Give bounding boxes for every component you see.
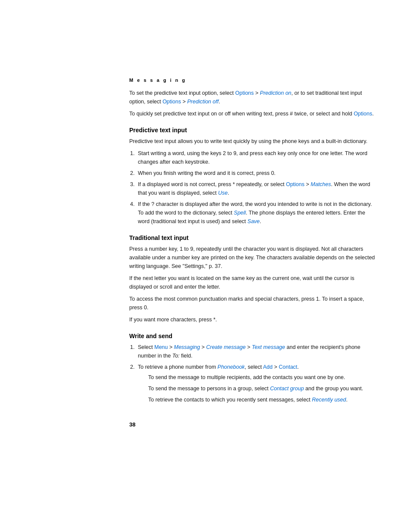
predictive-item-3-end: . [227,190,229,196]
use-link[interactable]: Use [218,190,227,196]
predictive-list: Start writing a word, using the keys 2 t… [136,149,377,226]
add-link[interactable]: Add [263,364,272,370]
options-link-4[interactable]: Options [286,181,305,187]
predictive-item-3-before: If a displayed word is not correct, pres… [138,181,286,187]
messaging-link[interactable]: Messaging [174,344,200,350]
predictive-item-2-text: When you finish writing the word and it … [138,170,276,176]
predictive-item-1-text: Start writing a word, using the keys 2 t… [138,150,367,165]
ws-item1-arrow3: > [246,344,252,350]
ws-sub-item-2-after: and the group you want. [304,386,363,392]
traditional-p2: If the next letter you want is located o… [129,274,377,291]
predictive-item-2: When you finish writing the word and it … [136,169,377,177]
traditional-p3: To access the most common punctuation ma… [129,295,377,312]
section-label: M e s s a g i n g [129,78,377,83]
page-container: M e s s a g i n g To set the predictive … [0,0,411,532]
intro-arrow1: > [254,90,260,96]
predictive-heading: Predictive text input [129,127,377,134]
options-link-1[interactable]: Options [235,90,254,96]
ws-item1-arrow2: > [200,344,206,350]
predictive-intro: Predictive text input allows you to writ… [129,137,377,146]
prediction-off-link[interactable]: Prediction off [187,99,218,105]
ws-item2-arrow: > [273,364,279,370]
save-link[interactable]: Save [247,218,260,224]
matches-link[interactable]: Matches [311,181,331,187]
traditional-p4: If you want more characters, press *. [129,315,377,324]
predictive-item-4-end: . [260,218,261,224]
ws-item2-mid: , select [245,364,263,370]
options-link-3[interactable]: Options [354,111,372,117]
ws-sub-item-3: To retrieve the contacts to which you re… [148,395,377,404]
write-send-list: Select Menu > Messaging > Create message… [136,343,377,404]
contact-link[interactable]: Contact [279,364,297,370]
create-message-link[interactable]: Create message [206,344,246,350]
ws-sub-item-2-before: To send the message to persons in a grou… [148,386,270,392]
traditional-p1: Press a number key, 1 to 9, repeatedly u… [129,245,377,271]
traditional-heading: Traditional text input [129,234,377,241]
ws-sub-item-1: To send the message to multiple recipien… [148,373,377,382]
ws-sub-item-2: To send the message to persons in a grou… [148,384,377,393]
to-field-italic: To: [172,353,180,359]
ws-sub-item-3-before: To retrieve the contacts to which you re… [148,397,312,403]
write-send-item-1: Select Menu > Messaging > Create message… [136,343,377,360]
ws-item2-before: To retrieve a phone number from [138,364,218,370]
predictive-item-1: Start writing a word, using the keys 2 t… [136,149,377,166]
write-send-item-2: To retrieve a phone number from Phoneboo… [136,363,377,404]
predictive-item-3: If a displayed word is not correct, pres… [136,180,377,197]
phonebook-link[interactable]: Phonebook [218,364,245,370]
ws-item2-end: . [297,364,299,370]
menu-link[interactable]: Menu [154,344,168,350]
recently-used-link[interactable]: Recently used [312,397,346,403]
text-message-link[interactable]: Text message [252,344,285,350]
ws-item1-arrow1: > [168,344,174,350]
intro-p1-before: To set the predictive text input option,… [129,90,235,96]
intro-p2-end: . [372,111,374,117]
predictive-item-3-arrow: > [305,181,311,187]
spell-link[interactable]: Spell [234,210,246,216]
predictive-item-4: If the ? character is displayed after th… [136,200,377,226]
intro-p1: To set the predictive text input option,… [129,89,377,106]
intro-end1: . [218,99,220,105]
page-number: 38 [129,421,377,428]
contact-group-link[interactable]: Contact group [270,386,304,392]
ws-item1-end: field. [180,353,193,359]
intro-arrow2: > [181,99,187,105]
write-send-heading: Write and send [129,333,377,339]
intro-p2-before: To quickly set predictive text input on … [129,111,354,117]
ws-sub-item-1-text: To send the message to multiple recipien… [148,374,345,380]
intro-p2: To quickly set predictive text input on … [129,109,377,118]
ws-sub-item-3-after: . [346,397,347,403]
options-link-2[interactable]: Options [162,99,181,105]
ws-item1-before: Select [138,344,154,350]
prediction-on-link[interactable]: Prediction on [260,90,291,96]
